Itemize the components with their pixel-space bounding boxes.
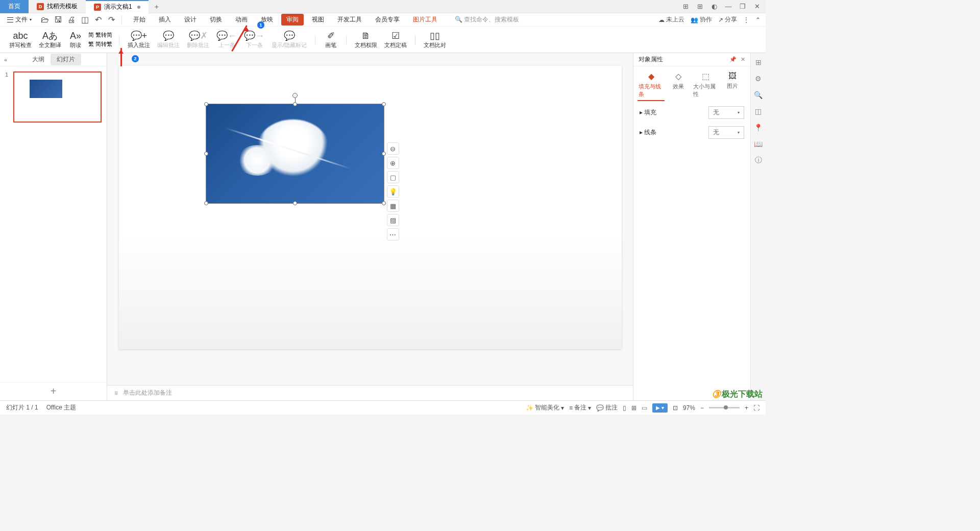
idea-button[interactable]: 💡 [387, 185, 399, 198]
spell-check-button[interactable]: abc拼写检查 [6, 29, 35, 50]
selected-image[interactable]: ⊖ ⊕ ▢ 💡 ▦ ▨ ⋯ [206, 104, 384, 204]
redo-icon[interactable]: ↷ [107, 16, 115, 24]
close-button[interactable]: ✕ [752, 2, 762, 11]
minimize-button[interactable]: — [724, 2, 733, 11]
translate-button[interactable]: Aあ全文翻译 [36, 29, 64, 50]
more-icon[interactable]: ⋮ [743, 16, 749, 23]
zoom-level[interactable]: 97% [683, 404, 695, 412]
doc-permission-button[interactable]: 🗎文档权限 [352, 29, 380, 50]
slide-canvas[interactable]: ⊖ ⊕ ▢ 💡 ▦ ▨ ⋯ [119, 66, 622, 349]
slideshow-button[interactable]: ▶ ▾ [652, 403, 668, 413]
resize-handle-ml[interactable] [204, 152, 208, 156]
side-question-icon[interactable]: ⓘ [753, 155, 764, 165]
cloud-status[interactable]: ☁ 未上云 [658, 15, 684, 24]
thumbnail-preview[interactable] [13, 71, 102, 123]
crop-button[interactable]: ▢ [387, 171, 399, 183]
layout-icon[interactable]: ⊞ [681, 2, 690, 11]
save-icon[interactable]: 🖫 [54, 16, 62, 24]
restore-button[interactable]: ❐ [738, 2, 747, 11]
menu-tab-member[interactable]: 会员专享 [370, 14, 405, 26]
add-slide-button[interactable]: + [0, 382, 107, 400]
menu-tab-start[interactable]: 开始 [128, 14, 151, 26]
view-sorter-icon[interactable]: ⊞ [631, 404, 636, 412]
notes-toggle[interactable]: ≡ 备注 ▾ [569, 403, 591, 412]
view-reading-icon[interactable]: ▭ [642, 404, 647, 412]
thumbnail-item[interactable]: 1 [5, 71, 102, 123]
doc-compare-button[interactable]: ▯▯文档比对 [421, 29, 449, 50]
comments-toggle[interactable]: 💬 批注 [596, 403, 618, 412]
print-preview-icon[interactable]: ◫ [81, 16, 89, 24]
side-help-icon[interactable]: 📖 [753, 139, 764, 149]
close-panel-icon[interactable]: ✕ [741, 56, 745, 63]
pen-button[interactable]: ✐画笔 [321, 29, 341, 50]
to-traditional-button[interactable]: 繁简转繁 [87, 40, 114, 49]
menu-tab-animation[interactable]: 动画 [230, 14, 253, 26]
resize-handle-br[interactable] [382, 201, 386, 205]
zoom-out-button[interactable]: − [700, 404, 704, 412]
resize-handle-bl[interactable] [204, 201, 208, 205]
read-aloud-button[interactable]: A»朗读 [65, 29, 86, 50]
zoom-slider[interactable] [709, 407, 740, 408]
menu-tab-picture-tools[interactable]: 图片工具 [408, 14, 443, 26]
resize-handle-tr[interactable] [382, 102, 386, 106]
tab-picture[interactable]: 🖼图片 [719, 69, 746, 101]
fit-button[interactable]: ⊡ [673, 404, 678, 412]
canvas-scroll[interactable]: ⊖ ⊕ ▢ 💡 ▦ ▨ ⋯ [107, 53, 633, 385]
zoom-out-button[interactable]: ⊖ [387, 142, 399, 155]
fill-label[interactable]: ▸ 填充 [640, 108, 656, 117]
zoom-in-button[interactable]: + [745, 404, 748, 412]
share-button[interactable]: ↗ 分享 [718, 15, 737, 24]
tab-size[interactable]: ⬚大小与属性 [692, 69, 719, 101]
rotate-handle[interactable] [292, 93, 298, 98]
beautify-button[interactable]: ✨ 智能美化 ▾ [526, 403, 564, 412]
collapse-ribbon-icon[interactable]: ⌃ [755, 16, 761, 23]
side-settings-icon[interactable]: ⚙ [753, 74, 764, 84]
menu-tab-view[interactable]: 视图 [307, 14, 329, 26]
tab-fill-line[interactable]: ◆填充与线条 [638, 69, 665, 101]
slides-view-tab[interactable]: 幻灯片 [51, 54, 81, 65]
resize-handle-bm[interactable] [293, 201, 297, 205]
align-button[interactable]: ▨ [387, 214, 399, 226]
undo-icon[interactable]: ↶ [94, 16, 102, 24]
resize-handle-tl[interactable] [204, 102, 208, 106]
menu-tab-design[interactable]: 设计 [179, 14, 202, 26]
collab-button[interactable]: 👥 协作 [691, 15, 712, 24]
doc-finalize-button[interactable]: ☑文档定稿 [381, 29, 410, 50]
outline-view-tab[interactable]: 大纲 [26, 54, 51, 65]
menu-tab-insert[interactable]: 插入 [154, 14, 176, 26]
open-icon[interactable]: 🗁 [41, 16, 49, 24]
resize-handle-tm[interactable] [293, 102, 297, 106]
insert-comment-button[interactable]: 💬+插入批注 [125, 29, 153, 50]
grid-button[interactable]: ▦ [387, 200, 399, 212]
collapse-panel-icon[interactable]: « [4, 57, 7, 63]
pin-icon[interactable]: 📌 [729, 56, 737, 63]
apps-icon[interactable]: ⊞ [695, 2, 704, 11]
view-normal-icon[interactable]: ▯ [623, 404, 626, 412]
search-commands[interactable]: 🔍 查找命令、搜索模板 [455, 15, 519, 24]
tab-add-button[interactable]: + [149, 3, 165, 11]
line-label[interactable]: ▸ 线条 [640, 128, 656, 137]
fullscreen-icon[interactable]: ⛶ [753, 404, 760, 412]
side-templates-icon[interactable]: ⊞ [753, 57, 764, 67]
side-search-icon[interactable]: 🔍 [753, 90, 764, 100]
file-menu[interactable]: 文件 ▾ [5, 15, 34, 24]
side-clipboard-icon[interactable]: ◫ [753, 106, 764, 116]
zoom-in-button[interactable]: ⊕ [387, 157, 399, 169]
resize-handle-mr[interactable] [382, 152, 386, 156]
side-location-icon[interactable]: 📍 [753, 123, 764, 133]
line-select[interactable]: 无▾ [708, 126, 744, 139]
fill-select[interactable]: 无▾ [708, 106, 744, 119]
to-simplified-button[interactable]: 简繁转简 [87, 31, 114, 39]
tab-home[interactable]: 首页 [0, 0, 29, 13]
tab-templates[interactable]: D找稻壳模板 [29, 0, 86, 13]
menu-tab-transition[interactable]: 切换 [205, 14, 227, 26]
tab-effects[interactable]: ◇效果 [665, 69, 692, 101]
tab-document[interactable]: P演示文稿1 [86, 0, 149, 13]
menu-tab-review[interactable]: 审阅 [281, 14, 304, 26]
notes-bar[interactable]: ≡ 单击此处添加备注 [107, 385, 633, 400]
user-icon[interactable]: ◐ [709, 2, 719, 11]
print-icon[interactable]: 🖨 [67, 16, 76, 24]
menu-tab-devtools[interactable]: 开发工具 [332, 14, 367, 26]
zoom-slider-thumb[interactable] [724, 405, 728, 409]
more-button[interactable]: ⋯ [387, 228, 399, 240]
